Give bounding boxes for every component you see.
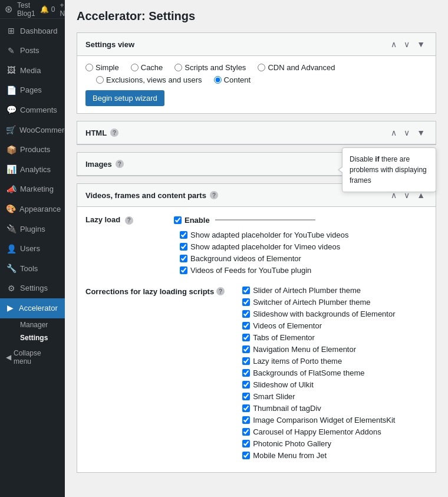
sidebar-item-media[interactable]: 🖼 Media — [0, 61, 65, 81]
radio-cache[interactable]: Cache — [131, 63, 163, 72]
radio-scripts-styles[interactable]: Scripts and Styles — [174, 63, 246, 72]
images-title: Images — [85, 160, 112, 169]
correction-13: Photonic Photo Gallery — [236, 439, 427, 448]
sidebar-item-marketing[interactable]: 📣 Marketing — [0, 180, 65, 200]
sidebar-sub-manager[interactable]: Manager — [0, 318, 65, 331]
sidebar-item-posts[interactable]: ✎ Posts — [0, 41, 65, 61]
videos-help-icon[interactable]: ? — [210, 191, 218, 199]
lazy-enable-row: Enable — [174, 214, 427, 226]
correction-0: Slider of Airtech Plumber theme — [236, 286, 427, 295]
sidebar-item-tools[interactable]: 🔧 Tools — [0, 259, 65, 279]
tools-icon: 🔧 — [6, 263, 17, 275]
sidebar-item-dashboard[interactable]: ⊞ Dashboard — [0, 21, 65, 41]
pages-icon: 📄 — [6, 85, 17, 97]
sidebar-sub-settings[interactable]: Settings — [0, 331, 65, 344]
settings-view-content: Simple Cache Scripts and Styles CDN and … — [77, 56, 436, 113]
settings-radio-group: Simple Cache Scripts and Styles CDN and … — [85, 63, 427, 84]
lazy-enable-checkbox[interactable] — [174, 216, 182, 224]
accelerator-icon: ▶ — [5, 302, 15, 314]
main-content: Accelerator: Settings Settings view ∧ ∨ … — [65, 0, 448, 497]
woocommerce-icon: 🛒 — [6, 124, 16, 136]
collapse-menu-button[interactable]: ◀ Collapse menu — [0, 344, 65, 370]
correction-14: Mobile Menu from Jet — [236, 451, 427, 460]
correction-11: Image Comparison Widget of ElementsKit — [236, 416, 427, 424]
sidebar-item-appearance[interactable]: 🎨 Appearance — [0, 199, 65, 219]
setup-wizard-button[interactable]: Begin setup wizard — [85, 90, 164, 106]
marketing-icon: 📣 — [6, 184, 17, 196]
settings-icon: ⚙ — [6, 283, 17, 295]
posts-icon: ✎ — [6, 45, 17, 57]
callout-bubble: Disable if there are problems with displ… — [342, 147, 436, 192]
sidebar-item-comments[interactable]: 💬 Comments — [0, 100, 65, 120]
correction-2: Slideshow with backgrounds of Elementor — [236, 310, 427, 318]
sidebar-item-accelerator[interactable]: ▶ Accelerator — [0, 298, 65, 318]
notifications[interactable]: 🔔 0 — [40, 5, 55, 14]
videos-title: Videos, frames and content parts — [85, 191, 206, 200]
lazy-option-youtube: Show adapted placeholder for YouTube vid… — [174, 231, 427, 239]
lazy-enable-label: Enable — [185, 216, 210, 225]
sidebar-item-analytics[interactable]: 📊 Analytics — [0, 160, 65, 180]
corrections-label-text: Corrections for lazy loading scripts — [85, 287, 214, 296]
sidebar-item-woocommerce[interactable]: 🛒 WooCommerce — [0, 120, 65, 140]
settings-view-header[interactable]: Settings view ∧ ∨ ▼ — [77, 33, 436, 56]
appearance-icon: 🎨 — [6, 203, 16, 215]
lazy-option-elementor-bg: Background videos of Elementor — [174, 254, 427, 263]
page-title: Accelerator: Settings — [77, 9, 436, 23]
notification-icon: 🔔 — [40, 5, 49, 14]
correction-7: Backgrounds of FlatSome theme — [236, 368, 427, 377]
new-button[interactable]: + New — [60, 1, 65, 18]
lazy-load-help-icon[interactable]: ? — [125, 216, 133, 225]
panel-close[interactable]: ▼ — [414, 39, 427, 50]
site-name[interactable]: Test Blog1 — [17, 1, 35, 18]
correction-6: Lazy items of Porto theme — [236, 357, 427, 366]
panel-collapse-up[interactable]: ∧ — [388, 39, 399, 50]
sidebar-item-plugins[interactable]: 🔌 Plugins — [0, 219, 65, 239]
correction-9: Smart Slider — [236, 392, 427, 401]
corrections-options: Slider of Airtech Plumber theme Switcher… — [236, 286, 427, 463]
products-icon: 📦 — [6, 144, 17, 156]
html-collapse-up[interactable]: ∧ — [388, 127, 399, 138]
media-icon: 🖼 — [6, 65, 17, 77]
images-help-icon[interactable]: ? — [116, 160, 124, 168]
html-title: HTML — [85, 129, 107, 137]
videos-content: Lazy load ? Enable — [77, 207, 436, 472]
html-panel-header[interactable]: HTML ? ∧ ∨ ▼ — [77, 121, 436, 144]
radio-content[interactable]: Content — [214, 75, 251, 84]
correction-4: Tabs of Elementor — [236, 333, 427, 342]
html-help-icon[interactable]: ? — [110, 129, 118, 137]
lazy-load-label: Lazy load — [85, 215, 120, 224]
sidebar-nav: ⊞ Dashboard ✎ Posts 🖼 Media 📄 Pages 💬 Co… — [0, 19, 65, 497]
html-collapse-down[interactable]: ∨ — [401, 127, 412, 138]
lazy-option-feeds: Videos of Feeds for YouTube plugin — [174, 266, 427, 275]
lazy-option-vimeo: Show adapted placeholder for Vimeo video… — [174, 242, 427, 251]
correction-10: Thumbnail of tagDiv — [236, 404, 427, 413]
callout-line — [215, 214, 333, 226]
panel-collapse-down[interactable]: ∨ — [401, 39, 412, 50]
correction-3: Videos of Elementor — [236, 321, 427, 330]
users-icon: 👤 — [6, 243, 17, 255]
sidebar-item-products[interactable]: 📦 Products — [0, 140, 65, 160]
radio-simple[interactable]: Simple — [85, 63, 119, 72]
collapse-icon: ◀ — [6, 353, 11, 361]
comments-icon: 💬 — [6, 104, 17, 116]
wp-icon: ⊛ — [5, 4, 12, 15]
html-close[interactable]: ▼ — [414, 127, 427, 138]
corrections-section: Corrections for lazy loading scripts ? S… — [85, 286, 427, 463]
sidebar-item-settings[interactable]: ⚙ Settings — [0, 279, 65, 299]
settings-view-panel: Settings view ∧ ∨ ▼ Simple Cache — [77, 32, 436, 114]
correction-8: Slideshow of Ulkit — [236, 380, 427, 389]
sidebar-item-users[interactable]: 👤 Users — [0, 239, 65, 259]
corrections-help-icon[interactable]: ? — [216, 287, 225, 295]
plugins-icon: 🔌 — [6, 223, 17, 235]
radio-exclusions[interactable]: Exclusions, views and users — [96, 75, 202, 84]
lazy-load-options: Enable Show adapted placeholder for YouT… — [174, 214, 427, 278]
analytics-icon: 📊 — [6, 164, 17, 176]
correction-5: Navigation Menu of Elementor — [236, 345, 427, 354]
radio-cdn-advanced[interactable]: CDN and Advanced — [258, 63, 335, 72]
html-panel: HTML ? ∧ ∨ ▼ — [77, 121, 436, 145]
admin-bar: ⊛ Test Blog1 🔔 0 + New — [0, 0, 65, 19]
videos-panel: Videos, frames and content parts ? ∧ ∨ ▲… — [77, 183, 436, 473]
dashboard-icon: ⊞ — [6, 25, 17, 37]
sidebar: ⊛ Test Blog1 🔔 0 + New ⊞ Dashboard ✎ Pos… — [0, 0, 65, 497]
sidebar-item-pages[interactable]: 📄 Pages — [0, 81, 65, 101]
